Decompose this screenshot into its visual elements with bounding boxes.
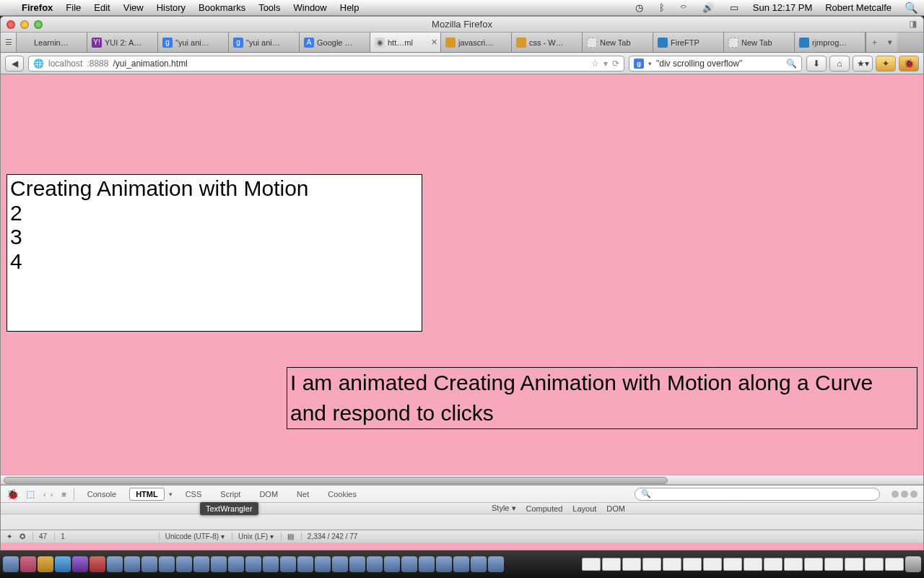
search-bar[interactable]: g ▾ "div scrolling overflow" 🔍 — [629, 56, 802, 72]
new-tab-button[interactable]: ＋ — [866, 33, 883, 52]
addon-button[interactable]: ✦ — [876, 56, 896, 72]
search-dropdown-icon[interactable]: ▾ — [648, 60, 652, 67]
tab[interactable]: rjmprog… — [795, 33, 866, 52]
home-button[interactable]: ⌂ — [829, 56, 850, 72]
firebug-menu-icon[interactable]: ≡ — [61, 490, 66, 499]
dock-app-icon[interactable] — [471, 556, 487, 572]
dock-app-icon[interactable] — [384, 556, 400, 572]
dock-minimized-window[interactable] — [622, 558, 641, 571]
status-addon-icon[interactable]: ✪ — [19, 532, 25, 540]
dock-app-icon[interactable] — [315, 556, 331, 572]
animated-box-1[interactable]: Creating Animation with Motion 2 3 4 — [6, 174, 422, 332]
search-engine-icon[interactable]: g — [634, 59, 644, 69]
firebug-forward-icon[interactable]: › — [49, 490, 55, 499]
scrollbar-thumb[interactable] — [4, 477, 668, 484]
dock-minimized-window[interactable] — [784, 558, 803, 571]
menu-tools[interactable]: Tools — [258, 2, 280, 13]
dock-app-icon[interactable] — [90, 556, 105, 572]
firebug-button[interactable]: 🐞 — [899, 56, 919, 72]
history-dropdown-icon[interactable]: ▾ — [603, 59, 608, 69]
menu-edit[interactable]: Edit — [94, 2, 110, 13]
dock-app-icon[interactable] — [107, 556, 123, 572]
tab[interactable]: g"yui ani… — [158, 33, 229, 52]
dock-app-icon[interactable] — [453, 556, 469, 572]
bluetooth-icon[interactable]: ᛒ — [658, 2, 666, 13]
dock-app-icon[interactable] — [141, 556, 157, 572]
firebug-detach-icon[interactable] — [901, 491, 908, 498]
firebug-panel-css[interactable]: CSS — [180, 488, 208, 500]
window-proxy-icon[interactable]: ◨ — [909, 19, 919, 29]
menu-bookmarks[interactable]: Bookmarks — [199, 2, 245, 13]
menu-window[interactable]: Window — [294, 2, 327, 13]
dock-app-icon[interactable] — [72, 556, 88, 572]
tab[interactable]: Learnin… — [17, 33, 87, 52]
dock-minimized-window[interactable] — [845, 558, 863, 571]
firebug-back-icon[interactable]: ‹ — [42, 490, 48, 499]
firebug-sub-computed[interactable]: Computed — [526, 504, 563, 513]
bookmarks-menu-button[interactable]: ★▾ — [853, 56, 873, 72]
dock-minimized-window[interactable] — [764, 558, 783, 571]
battery-icon[interactable]: ▭ — [728, 2, 740, 13]
tab[interactable]: css - W… — [512, 33, 583, 52]
reload-button[interactable]: ⟳ — [612, 59, 619, 69]
tab-close-icon[interactable]: ✕ — [431, 38, 437, 47]
firebug-minimize-icon[interactable] — [892, 491, 899, 498]
dock-minimized-window[interactable] — [824, 558, 843, 571]
menu-history[interactable]: History — [157, 2, 186, 13]
firebug-side-panel[interactable] — [462, 514, 923, 530]
firebug-panel-script[interactable]: Script — [214, 488, 246, 500]
timemachine-icon[interactable]: ◷ — [634, 2, 645, 13]
horizontal-scrollbar[interactable] — [1, 475, 923, 485]
back-button[interactable]: ◀ — [5, 56, 24, 72]
dock-app-icon[interactable] — [349, 556, 365, 572]
firebug-search-input[interactable]: 🔍 — [635, 488, 880, 501]
dock-app-icon[interactable] — [488, 556, 504, 572]
dock-minimized-window[interactable] — [865, 558, 884, 571]
menu-file[interactable]: File — [66, 2, 81, 13]
menu-user[interactable]: Robert Metcalfe — [825, 2, 892, 13]
dock-app-icon[interactable] — [332, 556, 348, 572]
firebug-panel-html[interactable]: HTML — [129, 488, 165, 501]
search-go-icon[interactable]: 🔍 — [786, 59, 797, 69]
dock-minimized-window[interactable] — [804, 558, 823, 571]
dock-app-icon[interactable] — [55, 556, 71, 572]
dock-app-icon[interactable] — [297, 556, 313, 572]
dock-minimized-window[interactable] — [723, 558, 742, 571]
menu-help[interactable]: Help — [340, 2, 359, 13]
tab-active[interactable]: ◉htt…ml✕ — [370, 33, 441, 52]
tab[interactable]: New Tab — [583, 33, 653, 52]
tab[interactable]: g"yui ani… — [229, 33, 300, 52]
wifi-icon[interactable]: ⌔ — [679, 2, 688, 13]
dock-minimized-window[interactable] — [642, 558, 661, 571]
tab[interactable]: New Tab — [724, 33, 795, 52]
dock-app-icon[interactable] — [20, 556, 36, 572]
tab[interactable]: javascri… — [441, 33, 512, 52]
firebug-panel-html-dropdown-icon[interactable]: ▾ — [169, 491, 173, 498]
menu-clock[interactable]: Sun 12:17 PM — [753, 2, 812, 13]
app-name[interactable]: Firefox — [22, 2, 53, 13]
dock-app-icon[interactable] — [367, 556, 383, 572]
dock-app-icon[interactable] — [419, 556, 435, 572]
firebug-inspect-icon[interactable]: ⬚ — [26, 488, 35, 499]
dock-app-icon[interactable] — [38, 556, 53, 572]
dock-app-icon[interactable] — [211, 556, 227, 572]
spotlight-icon[interactable]: 🔍 — [905, 1, 918, 14]
firebug-panel-cookies[interactable]: Cookies — [322, 488, 362, 500]
firebug-panel-net[interactable]: Net — [291, 488, 315, 500]
dock-app-icon[interactable] — [159, 556, 175, 572]
dock-minimized-window[interactable] — [683, 558, 702, 571]
dock-app-icon[interactable] — [193, 556, 209, 572]
tab-list-button[interactable]: ☰ — [1, 33, 17, 52]
firebug-panel-console[interactable]: Console — [82, 488, 122, 500]
menu-view[interactable]: View — [123, 2, 144, 13]
dock-minimized-window[interactable] — [663, 558, 681, 571]
dock-app-icon[interactable] — [124, 556, 140, 572]
tab-overflow-button[interactable]: ▾ — [883, 33, 897, 52]
firebug-sub-dom[interactable]: DOM — [606, 504, 625, 513]
dock-app-icon[interactable] — [228, 556, 244, 572]
dock-minimized-window[interactable] — [744, 558, 762, 571]
downloads-button[interactable]: ⬇ — [806, 56, 827, 72]
status-lineend[interactable]: Unix (LF) ▾ — [232, 532, 274, 540]
dock-minimized-window[interactable] — [582, 558, 601, 571]
dock-minimized-window[interactable] — [602, 558, 621, 571]
